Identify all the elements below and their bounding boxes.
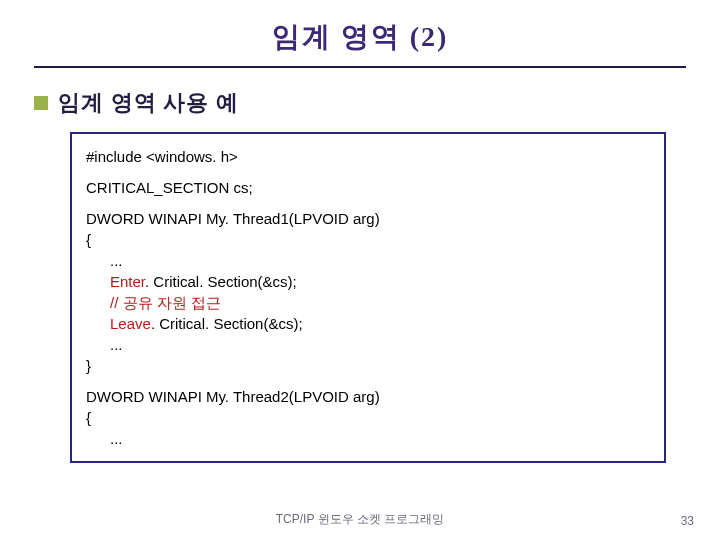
code-line: ... [86, 250, 650, 271]
code-line: DWORD WINAPI My. Thread2(LPVOID arg) [86, 386, 650, 407]
code-line: CRITICAL_SECTION cs; [86, 177, 650, 198]
code-box: #include <windows. h> CRITICAL_SECTION c… [70, 132, 666, 463]
footer: TCP/IP 윈도우 소켓 프로그래밍 33 [0, 511, 720, 528]
code-line: // 공유 자원 접근 [86, 292, 650, 313]
code-line: #include <windows. h> [86, 146, 650, 167]
page-number: 33 [681, 514, 694, 528]
code-line: DWORD WINAPI My. Thread1(LPVOID arg) [86, 208, 650, 229]
subtitle-row: 임계 영역 사용 예 [34, 88, 686, 118]
code-line: { [86, 407, 650, 428]
code-line: Leave. Critical. Section(&cs); [86, 313, 650, 334]
title-underline [34, 66, 686, 68]
code-line: ... [86, 334, 650, 355]
code-line: } [86, 355, 650, 376]
subtitle-text: 임계 영역 사용 예 [58, 88, 239, 118]
code-line: { [86, 229, 650, 250]
code-line: ... [86, 428, 650, 449]
code-line: Enter. Critical. Section(&cs); [86, 271, 650, 292]
bullet-icon [34, 96, 48, 110]
footer-text: TCP/IP 윈도우 소켓 프로그래밍 [0, 511, 720, 528]
slide-title: 임계 영역 (2) [34, 18, 686, 56]
